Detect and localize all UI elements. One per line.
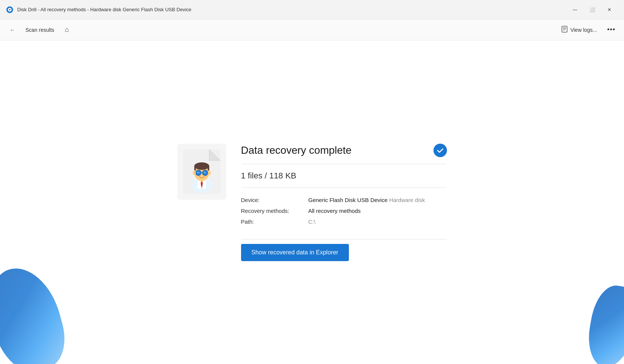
svg-rect-3 (562, 26, 567, 32)
path-row: Path: C:\ (241, 216, 447, 227)
path-label: Path: (241, 216, 308, 227)
title-bar: Disk Drill - All recovery methods - Hard… (0, 0, 624, 19)
character-illustration (177, 144, 226, 200)
recovery-methods-value: All recovery methods (308, 205, 447, 216)
recovery-methods-label: Recovery methods: (241, 205, 308, 216)
show-explorer-button[interactable]: Show recovered data in Explorer (241, 244, 349, 261)
bg-decoration-left (0, 260, 72, 364)
divider (241, 239, 447, 239)
path-value: C:\ (308, 216, 447, 227)
svg-rect-16 (208, 166, 209, 171)
files-summary: 1 files / 118 KB (241, 171, 447, 188)
maximize-button[interactable]: ⬜ (584, 4, 601, 16)
device-value: Generic Flash Disk USB Device Hardware d… (308, 195, 447, 205)
back-button[interactable]: ← (6, 25, 19, 35)
svg-point-14 (194, 162, 209, 170)
scan-results-button[interactable]: Scan results (22, 25, 58, 35)
recovery-card: Data recovery complete 1 files / 118 KB … (170, 136, 454, 269)
svg-rect-15 (194, 166, 196, 171)
more-icon: ••• (607, 26, 615, 34)
details-table: Device: Generic Flash Disk USB Device Ha… (241, 195, 447, 227)
back-arrow-icon: ← (10, 27, 15, 33)
recovery-title: Data recovery complete (241, 144, 352, 156)
home-button[interactable]: ⌂ (61, 24, 73, 36)
view-logs-button[interactable]: View logs... (556, 23, 602, 36)
toolbar: ← Scan results ⌂ View logs... ••• (0, 19, 624, 40)
bg-decoration-right (584, 282, 624, 364)
device-primary: Generic Flash Disk USB Device (308, 197, 388, 203)
toolbar-left: ← Scan results ⌂ (6, 24, 556, 36)
svg-point-24 (204, 171, 205, 172)
home-icon: ⌂ (65, 26, 69, 34)
scan-results-label: Scan results (25, 27, 54, 33)
close-button[interactable]: ✕ (601, 4, 618, 16)
window-title: Disk Drill - All recovery methods - Hard… (17, 7, 566, 12)
app-icon (6, 6, 13, 13)
toolbar-right: View logs... ••• (556, 23, 618, 37)
main-content: Data recovery complete 1 files / 118 KB … (0, 40, 624, 364)
recovery-methods-row: Recovery methods: All recovery methods (241, 205, 447, 216)
more-options-button[interactable]: ••• (605, 23, 618, 37)
svg-point-2 (9, 9, 10, 10)
card-header: Data recovery complete (241, 144, 447, 164)
device-secondary: Hardware disk (389, 197, 425, 203)
success-icon (433, 144, 447, 157)
window-controls: — ⬜ ✕ (566, 4, 618, 16)
minimize-button[interactable]: — (566, 4, 584, 16)
device-label: Device: (241, 195, 308, 205)
device-row: Device: Generic Flash Disk USB Device Ha… (241, 195, 447, 205)
logs-icon (561, 25, 568, 34)
svg-point-20 (197, 171, 198, 172)
view-logs-label: View logs... (570, 27, 597, 33)
svg-point-26 (193, 171, 196, 175)
card-content: Data recovery complete 1 files / 118 KB … (241, 144, 447, 261)
svg-point-27 (208, 171, 211, 175)
